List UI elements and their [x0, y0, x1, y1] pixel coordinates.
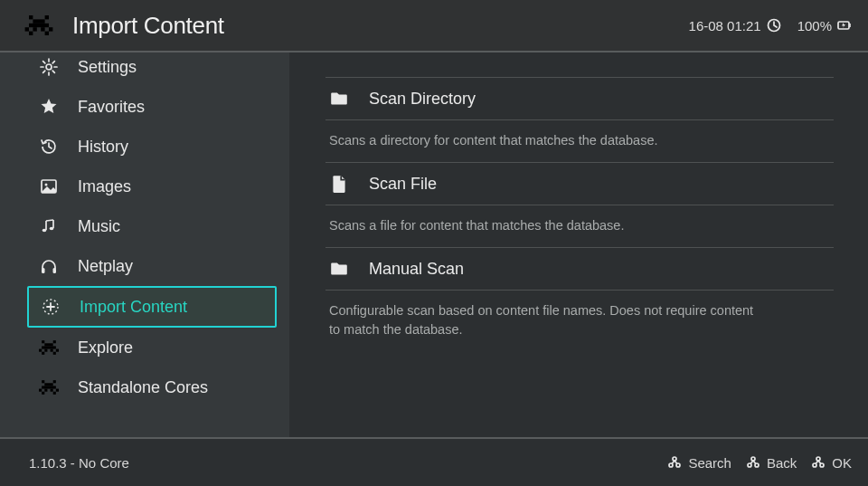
gamepad-glyph-icon [667, 455, 682, 470]
row-desc-scan-directory: Scans a directory for content that match… [326, 120, 834, 163]
star-icon [40, 98, 58, 116]
music-icon [40, 217, 58, 235]
row-scan-directory[interactable]: Scan Directory [326, 77, 834, 120]
sidebar-item-label: Explore [78, 338, 133, 357]
gamepad-glyph-icon [746, 455, 760, 470]
page-title: Import Content [72, 12, 224, 40]
footer-button-label: OK [832, 455, 852, 471]
clock-icon [767, 18, 781, 33]
sidebar-item-import-content[interactable]: Import Content [27, 286, 277, 328]
sidebar-item-history[interactable]: History [27, 127, 277, 167]
row-desc-manual-scan: Configurable scan based on content file … [326, 291, 760, 352]
sidebar-item-label: Images [78, 177, 131, 196]
footer-bar: 1.10.3 - No Core Search Back OK [0, 437, 868, 486]
image-icon [40, 177, 58, 195]
sidebar-item-label: Import Content [80, 298, 187, 317]
folder-icon [329, 259, 349, 279]
headphones-icon [40, 257, 58, 275]
footer-button-search[interactable]: Search [667, 455, 731, 471]
status-text: 1.10.3 - No Core [29, 455, 129, 471]
sidebar-item-label: Standalone Cores [78, 378, 208, 397]
sidebar-item-images[interactable]: Images [27, 167, 277, 206]
battery-icon [837, 19, 852, 32]
battery-percent-text: 100% [797, 18, 832, 33]
sidebar-item-label: Netplay [78, 257, 133, 276]
footer-button-back[interactable]: Back [746, 455, 797, 471]
app-logo-icon [22, 15, 56, 35]
sidebar-item-explore[interactable]: Explore [27, 328, 277, 367]
sidebar-item-label: Settings [78, 58, 137, 77]
file-icon [329, 174, 349, 194]
sidebar: Settings Favorites History Images Music [0, 52, 289, 437]
sidebar-item-music[interactable]: Music [27, 206, 277, 246]
gamepad-glyph-icon [811, 455, 826, 470]
sidebar-item-settings[interactable]: Settings [27, 52, 277, 87]
sidebar-item-label: Favorites [78, 98, 145, 117]
sidebar-item-label: Music [78, 217, 120, 236]
row-label: Manual Scan [369, 260, 464, 279]
footer-button-ok[interactable]: OK [811, 455, 852, 471]
sidebar-item-standalone-cores[interactable]: Standalone Cores [27, 367, 277, 407]
sidebar-item-label: History [78, 138, 128, 157]
main-panel: Scan Directory Scans a directory for con… [289, 52, 868, 437]
sidebar-item-favorites[interactable]: Favorites [27, 87, 277, 127]
gear-icon [40, 58, 58, 76]
history-icon [40, 138, 58, 156]
invader-icon [39, 340, 59, 355]
footer-button-label: Back [767, 455, 797, 471]
top-bar: Import Content 16-08 01:21 100% [0, 0, 868, 52]
row-label: Scan File [369, 175, 437, 194]
invader-icon [39, 380, 59, 395]
folder-icon [329, 89, 349, 109]
row-scan-file[interactable]: Scan File [326, 162, 834, 205]
row-label: Scan Directory [369, 90, 476, 109]
plus-circle-icon [42, 298, 60, 316]
row-desc-scan-file: Scans a file for content that matches th… [326, 205, 834, 248]
row-manual-scan[interactable]: Manual Scan [326, 247, 834, 291]
datetime-text: 16-08 01:21 [689, 18, 761, 33]
sidebar-item-netplay[interactable]: Netplay [27, 246, 277, 286]
footer-button-label: Search [688, 455, 731, 471]
